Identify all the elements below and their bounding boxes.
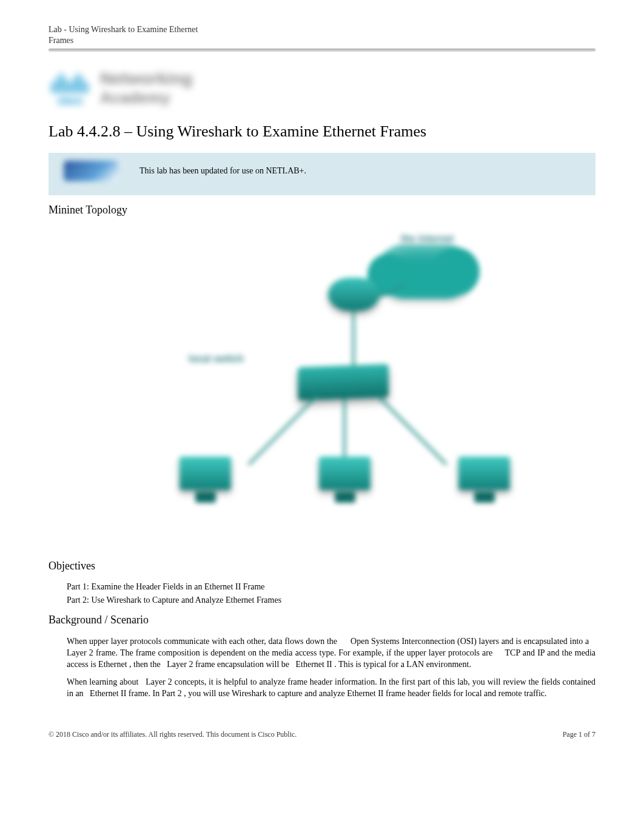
cisco-logo-icon: cisco bbox=[52, 69, 88, 107]
router-icon bbox=[328, 278, 380, 311]
p1-text-g: frame encapsulation will be bbox=[195, 660, 292, 669]
p1-osi: OSI bbox=[460, 637, 474, 646]
header-rule bbox=[49, 49, 595, 51]
page-footer: © 2018 Cisco and/or its affiliates. All … bbox=[49, 730, 595, 739]
pc1-icon bbox=[176, 457, 234, 508]
pc2-icon bbox=[316, 457, 374, 508]
p1-text-d: frame. The frame composition is dependen… bbox=[96, 648, 495, 657]
objective-part1: Part 1: Examine the Header Fields in an … bbox=[67, 582, 595, 592]
link-router-switch bbox=[352, 311, 355, 369]
p2-part2: Part 2 bbox=[162, 689, 182, 698]
page-title: Lab 4.4.2.8 – Using Wireshark to Examine… bbox=[49, 122, 595, 141]
background-para-1: When upper layer protocols communicate w… bbox=[67, 636, 595, 671]
p1-layer2-1: Layer 2 bbox=[67, 648, 93, 657]
p2-layer2: Layer 2 bbox=[146, 677, 172, 686]
footer-page-number: Page 1 of 7 bbox=[563, 730, 595, 739]
background-heading: Background / Scenario bbox=[49, 614, 595, 626]
p2-text-e: to capture and analyze bbox=[269, 689, 347, 698]
netlab-notice-text: This lab has been updated for use on NET… bbox=[139, 166, 306, 176]
objectives-list: Part 1: Examine the Header Fields in an … bbox=[67, 582, 595, 605]
academy-logo-text: Networking Academy bbox=[100, 69, 192, 107]
topology-diagram: the internet local switch bbox=[49, 226, 595, 542]
p1-ethii: Ethernet II bbox=[296, 660, 332, 669]
netlab-banner: This lab has been updated for use on NET… bbox=[49, 153, 595, 195]
p1-text-f: , then the bbox=[129, 660, 163, 669]
switch-icon bbox=[298, 364, 389, 401]
header-line1: Lab - Using Wireshark to Examine Etherne… bbox=[49, 24, 595, 35]
topology-switch-label: local switch bbox=[189, 354, 244, 364]
pc3-icon bbox=[455, 457, 513, 508]
p1-layer2-2: Layer 2 bbox=[167, 660, 193, 669]
link-switch-pc2 bbox=[343, 399, 346, 460]
logo-line1: Networking bbox=[100, 69, 192, 89]
p2-text-a: When learning about bbox=[67, 677, 141, 686]
header-doc-label: Lab - Using Wireshark to Examine Etherne… bbox=[49, 24, 595, 46]
logo-line2: Academy bbox=[100, 89, 192, 107]
link-switch-pc3 bbox=[377, 395, 448, 466]
p1-ip: IP bbox=[537, 648, 545, 657]
footer-copyright: © 2018 Cisco and/or its affiliates. All … bbox=[49, 730, 297, 739]
p2-text-d: , you will use bbox=[184, 689, 232, 698]
topology-cloud-label: the internet bbox=[401, 233, 454, 244]
cisco-networking-academy-logo: cisco Networking Academy bbox=[49, 69, 595, 107]
cisco-brand-text: cisco bbox=[57, 95, 82, 107]
link-switch-pc1 bbox=[247, 395, 318, 466]
background-para-2: When learning about Layer 2 concepts, it… bbox=[67, 677, 595, 700]
p1-text-c: ) layers and is encapsulated into a bbox=[474, 637, 591, 646]
p1-text-h: . This is typical for a LAN environment. bbox=[334, 660, 471, 669]
p1-tcp: TCP bbox=[505, 648, 520, 657]
header-line2: Frames bbox=[49, 35, 595, 46]
ndg-logo-icon bbox=[55, 159, 127, 183]
p1-eth: Ethernet bbox=[98, 660, 127, 669]
p2-text-c: frame. In bbox=[129, 689, 162, 698]
p2-ethii2: Ethernet II bbox=[347, 689, 383, 698]
p1-text-a: When upper layer protocols communicate w… bbox=[67, 637, 340, 646]
cisco-bars-icon bbox=[52, 69, 88, 93]
p2-wireshark: Wireshark bbox=[232, 689, 267, 698]
objectives-heading: Objectives bbox=[49, 560, 595, 572]
p1-and1: and bbox=[523, 648, 537, 657]
p2-ethii: Ethernet II bbox=[90, 689, 126, 698]
objective-part2: Part 2: Use Wireshark to Capture and Ana… bbox=[67, 595, 595, 605]
p2-text-f: frame header fields for local and remote… bbox=[386, 689, 547, 698]
topology-heading: Mininet Topology bbox=[49, 204, 595, 216]
p1-osi-full: Open Systems Interconnection bbox=[351, 637, 455, 646]
